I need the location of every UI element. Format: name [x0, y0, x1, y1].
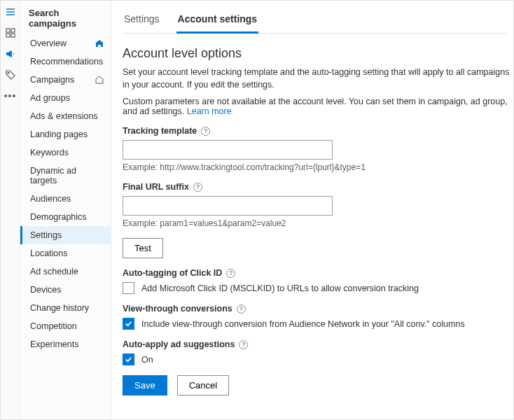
vtc-label: View-through conversions — [123, 304, 232, 314]
help-icon[interactable]: ? — [239, 340, 248, 349]
autoapply-checkbox[interactable] — [123, 354, 134, 365]
sidebar-item-landing[interactable]: Landing pages — [20, 125, 111, 144]
grid-icon[interactable] — [5, 27, 16, 38]
tracking-example: Example: http://www.trackingtool.com/tra… — [123, 162, 513, 172]
final-url-suffix-input[interactable] — [123, 196, 333, 216]
section-title: Account level options — [123, 46, 513, 61]
tracking-template-input[interactable] — [123, 140, 333, 160]
vtc-cb-label: Include view-through conversion from Aud… — [141, 319, 465, 329]
autotag-cb-label: Add Microsoft Click ID (MSCLKID) to URLs… — [141, 284, 419, 293]
home-outline-icon — [95, 76, 104, 84]
main-content: Settings Account settings Account level … — [111, 1, 513, 419]
suffix-label: Final URL suffix — [123, 182, 189, 192]
sidebar-item-adschedule[interactable]: Ad schedule — [20, 262, 111, 281]
sidebar-item-experiments[interactable]: Experiments — [20, 335, 111, 354]
section-note: Custom parameters are not available at t… — [123, 97, 513, 116]
sidebar-item-adgroups[interactable]: Ad groups — [20, 89, 111, 107]
autotag-checkbox[interactable] — [123, 282, 134, 294]
tag-icon[interactable] — [5, 69, 16, 80]
sidebar: Search campaigns Overview Recommendation… — [20, 1, 111, 419]
sidebar-item-demographics[interactable]: Demographics — [20, 208, 111, 226]
autotag-label: Auto-tagging of Click ID — [123, 268, 222, 278]
sidebar-title: Search campaigns — [20, 1, 111, 34]
more-icon[interactable]: ••• — [4, 90, 17, 102]
help-icon[interactable]: ? — [237, 304, 246, 314]
home-icon — [95, 39, 104, 48]
menu-icon[interactable] — [5, 6, 16, 18]
sidebar-item-devices[interactable]: Devices — [20, 281, 111, 299]
tab-settings[interactable]: Settings — [123, 9, 161, 33]
learn-more-link[interactable]: Learn more — [187, 106, 232, 116]
sidebar-item-dynamic[interactable]: Dynamic ad targets — [20, 162, 111, 190]
sidebar-item-settings[interactable]: Settings — [20, 226, 111, 244]
icon-rail: ••• — [1, 1, 20, 419]
help-icon[interactable]: ? — [226, 269, 235, 278]
tab-account-settings[interactable]: Account settings — [176, 9, 259, 34]
sidebar-item-changehistory[interactable]: Change history — [20, 299, 111, 317]
sidebar-item-keywords[interactable]: Keywords — [20, 144, 111, 162]
sidebar-item-ads[interactable]: Ads & extensions — [20, 107, 111, 125]
tracking-label: Tracking template — [123, 126, 197, 136]
svg-rect-6 — [11, 34, 15, 37]
test-button[interactable]: Test — [123, 238, 163, 258]
sidebar-item-campaigns[interactable]: Campaigns — [20, 71, 111, 89]
svg-rect-5 — [6, 34, 10, 37]
autoapply-label: Auto-apply ad suggestions — [123, 340, 235, 349]
save-button[interactable]: Save — [123, 375, 167, 396]
svg-rect-4 — [11, 29, 15, 32]
sidebar-item-competition[interactable]: Competition — [20, 317, 111, 335]
help-icon[interactable]: ? — [193, 183, 202, 192]
svg-rect-3 — [6, 29, 10, 32]
megaphone-icon[interactable] — [5, 48, 16, 59]
svg-point-7 — [8, 72, 9, 74]
autoapply-cb-label: On — [141, 355, 153, 365]
cancel-button[interactable]: Cancel — [177, 375, 229, 396]
help-icon[interactable]: ? — [201, 127, 210, 136]
sidebar-item-recommendations[interactable]: Recommendations — [20, 52, 111, 71]
vtc-checkbox[interactable] — [123, 318, 134, 330]
tabs: Settings Account settings — [123, 9, 506, 34]
sidebar-item-overview[interactable]: Overview — [20, 34, 111, 52]
suffix-example: Example: param1=values1&param2=value2 — [123, 218, 513, 228]
sidebar-item-locations[interactable]: Locations — [20, 244, 111, 262]
sidebar-item-audiences[interactable]: Audiences — [20, 190, 111, 208]
section-desc: Set your account level tracking template… — [123, 66, 513, 91]
